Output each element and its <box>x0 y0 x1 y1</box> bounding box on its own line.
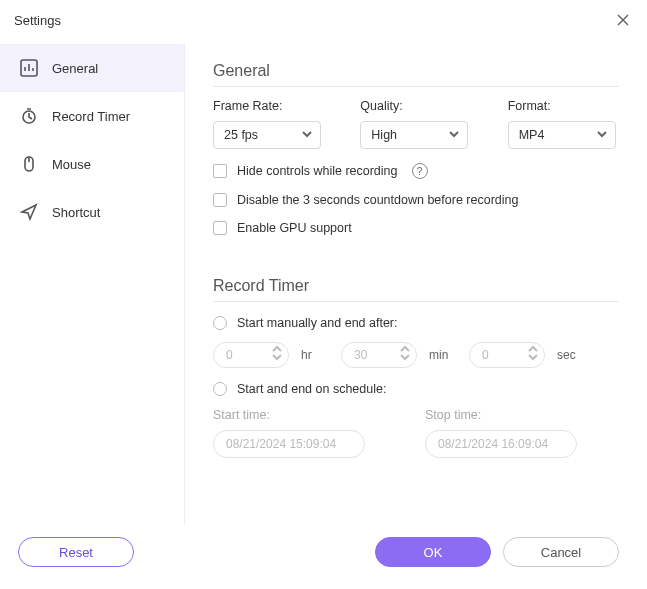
ok-button[interactable]: OK <box>375 537 491 567</box>
frame-rate-col: Frame Rate: 25 fps <box>213 99 324 149</box>
chevron-down-icon <box>400 353 410 361</box>
reset-button-label: Reset <box>59 545 93 560</box>
minutes-unit: min <box>429 348 457 362</box>
schedule-times-row: Start time: 08/21/2024 15:09:04 Stop tim… <box>213 408 619 458</box>
hours-value: 0 <box>226 348 233 362</box>
quality-select[interactable]: High <box>360 121 468 149</box>
sidebar-item-record-timer[interactable]: Record Timer <box>0 92 184 140</box>
chevron-up-icon <box>400 345 410 353</box>
settings-window: Settings General Record Timer <box>0 0 647 589</box>
sidebar-item-mouse[interactable]: Mouse <box>0 140 184 188</box>
frame-rate-select[interactable]: 25 fps <box>213 121 321 149</box>
sidebar-item-label: Mouse <box>52 157 91 172</box>
divider <box>213 86 619 87</box>
start-time-input[interactable]: 08/21/2024 15:09:04 <box>213 430 365 458</box>
stop-time-col: Stop time: 08/21/2024 16:09:04 <box>425 408 577 458</box>
disable-countdown-row: Disable the 3 seconds countdown before r… <box>213 193 619 207</box>
stepper-spinner[interactable] <box>528 345 538 361</box>
hide-controls-row: Hide controls while recording ? <box>213 163 619 179</box>
send-icon <box>20 203 38 221</box>
close-icon <box>616 13 630 27</box>
chevron-down-icon <box>302 128 312 142</box>
sidebar-item-label: Record Timer <box>52 109 130 124</box>
quality-label: Quality: <box>360 99 471 113</box>
minutes-value: 30 <box>354 348 367 362</box>
quality-col: Quality: High <box>360 99 471 149</box>
schedule-option-label: Start and end on schedule: <box>237 382 386 396</box>
format-value: MP4 <box>519 128 545 142</box>
record-timer-section: Record Timer Start manually and end afte… <box>213 277 619 458</box>
help-icon[interactable]: ? <box>412 163 428 179</box>
manual-radio[interactable] <box>213 316 227 330</box>
hide-controls-checkbox[interactable] <box>213 164 227 178</box>
stop-time-value: 08/21/2024 16:09:04 <box>438 437 548 451</box>
section-title-general: General <box>213 62 619 80</box>
seconds-value: 0 <box>482 348 489 362</box>
sidebar-item-label: Shortcut <box>52 205 100 220</box>
hide-controls-label: Hide controls while recording <box>237 164 398 178</box>
disable-countdown-label: Disable the 3 seconds countdown before r… <box>237 193 518 207</box>
format-col: Format: MP4 <box>508 99 619 149</box>
reset-button[interactable]: Reset <box>18 537 134 567</box>
disable-countdown-checkbox[interactable] <box>213 193 227 207</box>
duration-row: 0 hr 30 min <box>213 342 619 368</box>
manual-option-row: Start manually and end after: <box>213 316 619 330</box>
chevron-up-icon <box>272 345 282 353</box>
cancel-button-label: Cancel <box>541 545 581 560</box>
chevron-down-icon <box>272 353 282 361</box>
schedule-option-row: Start and end on schedule: <box>213 382 619 396</box>
sidebar-item-general[interactable]: General <box>0 44 184 92</box>
manual-option-label: Start manually and end after: <box>237 316 398 330</box>
chevron-down-icon <box>449 128 459 142</box>
start-time-col: Start time: 08/21/2024 15:09:04 <box>213 408 365 458</box>
sidebar-item-shortcut[interactable]: Shortcut <box>0 188 184 236</box>
close-button[interactable] <box>609 6 637 34</box>
stop-time-label: Stop time: <box>425 408 577 422</box>
quality-value: High <box>371 128 397 142</box>
format-select[interactable]: MP4 <box>508 121 616 149</box>
hours-unit: hr <box>301 348 329 362</box>
general-fields-row: Frame Rate: 25 fps Quality: High Format: <box>213 99 619 149</box>
chevron-up-icon <box>528 345 538 353</box>
seconds-stepper[interactable]: 0 <box>469 342 545 368</box>
chevron-down-icon <box>597 128 607 142</box>
ok-button-label: OK <box>424 545 443 560</box>
sidebar-item-label: General <box>52 61 98 76</box>
mouse-icon <box>20 155 38 173</box>
footer: Reset OK Cancel <box>0 525 647 589</box>
start-time-label: Start time: <box>213 408 365 422</box>
body: General Record Timer Mouse Shortcut <box>0 44 647 525</box>
stepper-spinner[interactable] <box>272 345 282 361</box>
sidebar: General Record Timer Mouse Shortcut <box>0 44 185 525</box>
start-time-value: 08/21/2024 15:09:04 <box>226 437 336 451</box>
stop-time-input[interactable]: 08/21/2024 16:09:04 <box>425 430 577 458</box>
titlebar: Settings <box>0 0 647 44</box>
gpu-checkbox[interactable] <box>213 221 227 235</box>
chevron-down-icon <box>528 353 538 361</box>
frame-rate-label: Frame Rate: <box>213 99 324 113</box>
window-title: Settings <box>14 13 61 28</box>
cancel-button[interactable]: Cancel <box>503 537 619 567</box>
format-label: Format: <box>508 99 619 113</box>
frame-rate-value: 25 fps <box>224 128 258 142</box>
schedule-radio[interactable] <box>213 382 227 396</box>
seconds-unit: sec <box>557 348 585 362</box>
stopwatch-icon <box>20 107 38 125</box>
minutes-stepper[interactable]: 30 <box>341 342 417 368</box>
hours-stepper[interactable]: 0 <box>213 342 289 368</box>
bar-chart-icon <box>20 59 38 77</box>
gpu-row: Enable GPU support <box>213 221 619 235</box>
section-title-record-timer: Record Timer <box>213 277 619 295</box>
stepper-spinner[interactable] <box>400 345 410 361</box>
content-panel: General Frame Rate: 25 fps Quality: High <box>185 44 647 525</box>
gpu-label: Enable GPU support <box>237 221 352 235</box>
divider <box>213 301 619 302</box>
